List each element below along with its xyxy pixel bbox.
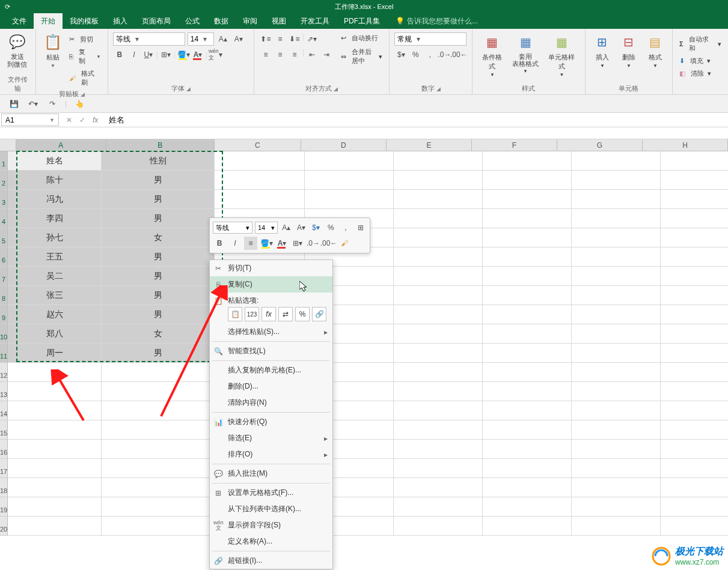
cell-A1[interactable]: 姓名	[8, 151, 102, 171]
cell-A18[interactable]	[8, 478, 102, 497]
ctx-insert-copied[interactable]: 插入复制的单元格(E)...	[210, 362, 332, 378]
cell-G6[interactable]	[572, 247, 661, 267]
cell-E19[interactable]	[394, 497, 483, 517]
merge-center-button[interactable]: ⇔ 合并后居中 ▾	[339, 46, 384, 67]
dialog-launcher-icon[interactable]: ◢	[186, 86, 191, 92]
ctx-quick-analysis[interactable]: 📊快速分析(Q)	[210, 414, 332, 430]
increase-decimal-icon[interactable]: .0→	[438, 48, 451, 61]
cell-A7[interactable]: 吴二	[8, 267, 102, 286]
mini-size-select[interactable]: 14▾	[255, 222, 278, 234]
ctx-filter[interactable]: 筛选(E)▸	[210, 430, 332, 446]
dialog-launcher-icon[interactable]: ◢	[436, 86, 441, 92]
ctx-cut[interactable]: ✂剪切(T)	[210, 260, 332, 276]
col-header-G[interactable]: G	[557, 139, 643, 151]
select-all-corner[interactable]	[0, 139, 16, 151]
clear-button[interactable]: ◧ 清除 ▾	[678, 68, 713, 79]
tab-page-layout[interactable]: 页面布局	[135, 13, 178, 29]
cell-G10[interactable]	[572, 324, 661, 344]
cell-A16[interactable]	[8, 440, 102, 459]
cell-E3[interactable]	[394, 190, 483, 209]
cell-B8[interactable]: 男	[102, 286, 215, 305]
cell-B1[interactable]: 性别	[102, 151, 215, 171]
cell-A6[interactable]: 王五	[8, 247, 102, 267]
paste-formulas-icon[interactable]: fx	[262, 307, 276, 321]
cell-B20[interactable]	[102, 517, 215, 536]
cell-B18[interactable]	[102, 478, 215, 497]
mini-border-icon[interactable]: ⊞▾	[291, 237, 304, 250]
fx-icon[interactable]: fx	[93, 116, 98, 124]
cell-F12[interactable]	[483, 363, 572, 382]
ctx-sort[interactable]: 排序(O)▸	[210, 446, 332, 462]
formula-bar[interactable]: 姓名	[104, 113, 728, 127]
cell-A15[interactable]	[8, 420, 102, 440]
mini-italic-icon[interactable]: I	[228, 237, 242, 250]
row-header-13[interactable]: 13	[0, 382, 8, 401]
name-box[interactable]: A1▼	[1, 114, 59, 126]
cell-H8[interactable]	[661, 286, 728, 305]
row-header-19[interactable]: 19	[0, 497, 8, 517]
cell-B13[interactable]	[102, 382, 215, 401]
tab-developer[interactable]: 开发工具	[293, 13, 337, 29]
mini-currency-icon[interactable]: $▾	[310, 221, 322, 234]
cell-E9[interactable]	[394, 305, 483, 324]
cell-F14[interactable]	[483, 401, 572, 420]
col-header-A[interactable]: A	[16, 139, 106, 151]
align-bottom-icon[interactable]: ⬇≡	[288, 32, 301, 46]
cell-B16[interactable]	[102, 440, 215, 459]
cell-D3[interactable]	[305, 190, 394, 209]
cell-G8[interactable]	[572, 286, 661, 305]
row-header-16[interactable]: 16	[0, 440, 8, 459]
paste-keep-source-icon[interactable]: 📋	[228, 307, 242, 321]
cell-H13[interactable]	[661, 382, 728, 401]
cell-H20[interactable]	[661, 517, 728, 536]
orientation-icon[interactable]: ⇗▾	[305, 32, 319, 46]
cell-E13[interactable]	[394, 382, 483, 401]
row-header-4[interactable]: 4	[0, 209, 8, 228]
cell-A13[interactable]	[8, 382, 102, 401]
cell-G18[interactable]	[572, 478, 661, 497]
tab-data[interactable]: 数据	[207, 13, 236, 29]
enter-formula-icon[interactable]: ✓	[79, 116, 85, 124]
cell-G11[interactable]	[572, 344, 661, 363]
wrap-text-button[interactable]: ↩ 自动换行	[339, 32, 384, 44]
row-header-18[interactable]: 18	[0, 478, 8, 497]
cell-B3[interactable]: 男	[102, 190, 215, 209]
dialog-launcher-icon[interactable]: ◢	[334, 86, 338, 92]
mini-font-color-icon[interactable]: A▾	[275, 237, 289, 250]
ctx-delete[interactable]: 删除(D)...	[210, 378, 332, 395]
cell-B12[interactable]	[102, 363, 215, 382]
font-size-select[interactable]: 14▾	[188, 32, 214, 46]
number-format-select[interactable]: 常规▾	[394, 32, 466, 46]
col-header-F[interactable]: F	[472, 139, 557, 151]
mini-grow-font-icon[interactable]: A▴	[280, 221, 293, 234]
row-header-12[interactable]: 12	[0, 363, 8, 382]
cell-F11[interactable]	[483, 344, 572, 363]
cell-A12[interactable]	[8, 363, 102, 382]
align-left-icon[interactable]: ≡	[259, 48, 272, 61]
col-header-H[interactable]: H	[643, 139, 728, 151]
paste-formatting-icon[interactable]: %	[295, 307, 310, 321]
cell-E10[interactable]	[394, 324, 483, 344]
cell-A4[interactable]: 李四	[8, 209, 102, 228]
cell-E17[interactable]	[394, 459, 483, 478]
cell-B4[interactable]: 男	[102, 209, 215, 228]
mini-bold-icon[interactable]: B	[213, 237, 226, 250]
save-button[interactable]: 💾	[7, 97, 20, 111]
mini-percent-icon[interactable]: %	[325, 221, 337, 234]
ctx-define-name[interactable]: 定义名称(A)...	[210, 533, 332, 550]
cell-styles-button[interactable]: ▦单元格样式▼	[543, 31, 580, 79]
cell-E12[interactable]	[394, 363, 483, 382]
cell-B5[interactable]: 女	[102, 228, 215, 247]
cell-E5[interactable]	[394, 228, 483, 247]
currency-button[interactable]: $▾	[394, 48, 408, 61]
mini-format-painter-icon[interactable]: ⊞	[354, 221, 367, 234]
cell-F2[interactable]	[483, 171, 572, 190]
cell-E11[interactable]	[394, 344, 483, 363]
cell-F19[interactable]	[483, 497, 572, 517]
copy-button[interactable]: ⎘ 复制 ▼	[67, 46, 103, 67]
send-to-wechat-button[interactable]: 💬 发送 到微信	[5, 31, 29, 70]
col-header-B[interactable]: B	[106, 139, 215, 151]
row-header-11[interactable]: 11	[0, 344, 8, 363]
cell-A2[interactable]: 陈十	[8, 171, 102, 190]
align-right-icon[interactable]: ≡	[288, 48, 301, 61]
